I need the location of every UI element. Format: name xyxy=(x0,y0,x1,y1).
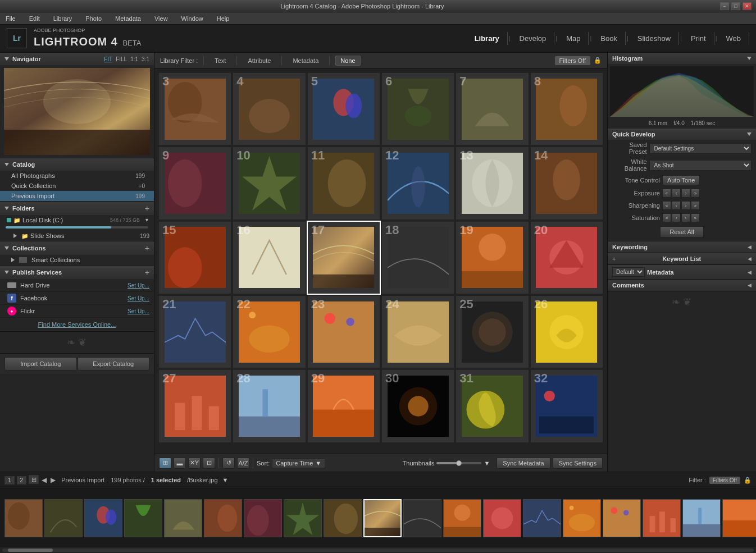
grid-cell-16[interactable]: 18 xyxy=(382,222,454,294)
toolbar-az-button[interactable]: A/Z xyxy=(237,458,249,469)
film-thumb-15[interactable] xyxy=(563,499,601,537)
grid-cell-29[interactable]: 31 xyxy=(456,370,528,442)
grid-cell-17[interactable]: 19 xyxy=(456,222,528,294)
grid-cell-26[interactable]: 28 xyxy=(233,370,305,442)
filmstrip-lock-icon[interactable]: 🔒 xyxy=(744,477,752,484)
grid-cell-15-selected[interactable]: 17 xyxy=(308,222,380,294)
film-thumb-8[interactable] xyxy=(284,499,322,537)
metadata-header[interactable]: Default Metadata ◀ xyxy=(608,265,756,279)
qd-saved-preset-select[interactable]: Default Settings xyxy=(649,143,752,154)
filter-none-btn[interactable]: None xyxy=(335,56,360,66)
facebook-setup[interactable]: Set Up... xyxy=(127,295,149,301)
menu-library[interactable]: Library xyxy=(50,14,76,23)
comments-header[interactable]: Comments ◀ xyxy=(608,280,756,291)
collections-header[interactable]: Collections + xyxy=(0,241,154,255)
film-thumb-1[interactable] xyxy=(4,499,43,537)
qd-auto-tone-button[interactable]: Auto Tone xyxy=(662,175,700,185)
sort-dropdown[interactable]: Capture Time ▼ xyxy=(272,458,325,468)
smart-expand-icon[interactable] xyxy=(11,258,15,262)
film-thumb-4[interactable] xyxy=(124,499,162,537)
grid-cell-11[interactable]: 13 xyxy=(456,147,528,219)
qd-sharp-ll[interactable]: « xyxy=(662,201,671,210)
film-thumb-17[interactable] xyxy=(643,499,681,537)
qd-sharp-l[interactable]: ‹ xyxy=(672,201,681,210)
keyword-list-add[interactable]: + xyxy=(612,255,616,262)
film-thumb-7[interactable] xyxy=(244,499,282,537)
thumb-slider-handle[interactable] xyxy=(456,460,462,466)
zoom-1to1[interactable]: 1:1 xyxy=(130,56,138,62)
scroll-handle[interactable] xyxy=(8,549,53,552)
folder-local-disk[interactable]: 📁 Local Disk (C:) 548 / 735 GB ▼ xyxy=(0,215,154,225)
film-thumb-5[interactable] xyxy=(164,499,202,537)
filmstrip[interactable]: › xyxy=(0,488,756,547)
menu-photo[interactable]: Photo xyxy=(82,14,105,23)
tab-library[interactable]: Library xyxy=(467,32,508,45)
bottom-scrollbar[interactable] xyxy=(0,547,756,553)
publish-header[interactable]: Publish Services + xyxy=(0,266,154,279)
tab-print[interactable]: Print xyxy=(683,32,714,45)
grid-cell-22[interactable]: 24 xyxy=(382,296,454,368)
qd-saturation-arrows[interactable]: « ‹ › » xyxy=(662,213,700,222)
view-grid-button[interactable]: ⊞ xyxy=(159,458,171,469)
grid-cell-14[interactable]: 16 xyxy=(233,222,305,294)
filters-off-button[interactable]: Filters Off xyxy=(555,56,590,65)
qd-exposure-left[interactable]: ‹ xyxy=(672,189,681,198)
filmstrip-filters-off[interactable]: Filters Off xyxy=(709,477,740,484)
menu-help[interactable]: Help xyxy=(213,14,233,23)
grid-cell-30[interactable]: 32 xyxy=(531,370,603,442)
grid-cell-21[interactable]: 23 xyxy=(308,296,380,368)
qd-sharpening-arrows[interactable]: « ‹ › » xyxy=(662,201,700,210)
publish-facebook[interactable]: f Facebook Set Up... xyxy=(0,292,154,305)
photo-grid[interactable]: 3 4 5 6 xyxy=(154,68,607,454)
catalog-previous-import[interactable]: Previous Import 199 xyxy=(0,191,154,201)
qd-sharp-r[interactable]: › xyxy=(681,201,690,210)
filmstrip-multi-icon[interactable]: ⊞ xyxy=(29,475,39,484)
folder-expand-icon[interactable] xyxy=(13,234,17,238)
keyword-list-header[interactable]: + Keyword List ◀ xyxy=(608,253,756,264)
catalog-header[interactable]: Catalog xyxy=(0,158,154,171)
tab-slideshow[interactable]: Slideshow xyxy=(630,32,679,45)
grid-cell-8[interactable]: 10 xyxy=(233,147,305,219)
grid-cell-24[interactable]: 26 xyxy=(531,296,603,368)
qd-exposure-right-right[interactable]: » xyxy=(691,189,700,198)
filmstrip-page-1[interactable]: 1 xyxy=(4,476,15,485)
film-thumb-14[interactable] xyxy=(523,499,561,537)
grid-cell-5[interactable]: 7 xyxy=(456,73,528,145)
grid-cell-7[interactable]: 9 xyxy=(159,147,231,219)
metadata-preset-select[interactable]: Default xyxy=(612,267,645,277)
filter-text-btn[interactable]: Text xyxy=(210,56,231,66)
find-more-services[interactable]: Find More Services Online... xyxy=(0,318,154,331)
zoom-fill[interactable]: FILL xyxy=(116,56,127,62)
thumbnail-size-slider[interactable] xyxy=(436,462,481,464)
grid-cell-4[interactable]: 6 xyxy=(382,73,454,145)
menu-edit[interactable]: Edit xyxy=(26,14,43,23)
film-thumb-13[interactable] xyxy=(483,499,521,537)
close-button[interactable]: ✕ xyxy=(743,2,752,10)
film-thumb-9[interactable] xyxy=(324,499,362,537)
grid-cell-12[interactable]: 14 xyxy=(531,147,603,219)
navigator-preview[interactable] xyxy=(4,68,150,155)
qd-sat-r[interactable]: › xyxy=(681,213,690,222)
qd-sharp-rr[interactable]: » xyxy=(691,201,700,210)
grid-cell-20[interactable]: 22 xyxy=(233,296,305,368)
navigator-zoom-controls[interactable]: FIT FILL 1:1 3:1 xyxy=(104,56,149,62)
view-survey-button[interactable]: ⊡ xyxy=(203,458,215,469)
histogram-header[interactable]: Histogram xyxy=(608,53,756,64)
grid-cell-25[interactable]: 27 xyxy=(159,370,231,442)
tab-develop[interactable]: Develop xyxy=(512,32,555,45)
qd-sat-rr[interactable]: » xyxy=(691,213,700,222)
tab-web[interactable]: Web xyxy=(718,32,750,45)
film-thumb-19[interactable] xyxy=(722,499,756,537)
publish-add-button[interactable]: + xyxy=(145,268,149,276)
film-thumb-11[interactable] xyxy=(403,499,441,537)
catalog-all-photographs[interactable]: All Photographs 199 xyxy=(0,171,154,181)
qd-white-balance-select[interactable]: As Shot xyxy=(649,160,752,171)
menu-file[interactable]: File xyxy=(2,14,19,23)
sync-metadata-button[interactable]: Sync Metadata xyxy=(497,458,550,469)
publish-hard-drive[interactable]: Hard Drive Set Up... xyxy=(0,279,154,292)
grid-cell-27[interactable]: 29 xyxy=(308,370,380,442)
keywording-header[interactable]: Keywording ◀ xyxy=(608,241,756,253)
filmstrip-page-2[interactable]: 2 xyxy=(17,476,27,485)
folders-header[interactable]: Folders + xyxy=(0,202,154,215)
thumb-dropdown-icon[interactable]: ▼ xyxy=(484,460,490,467)
